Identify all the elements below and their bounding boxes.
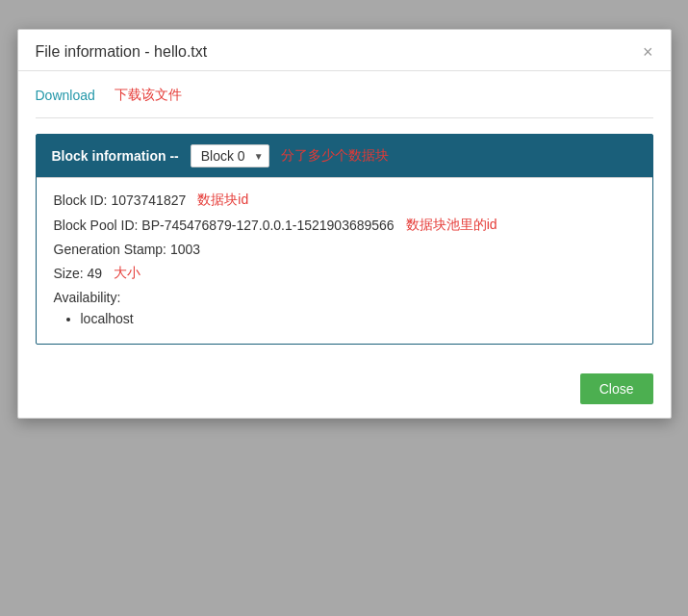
block-select[interactable]: Block 0 xyxy=(191,144,269,167)
size-row: Size: 49 大小 xyxy=(54,265,635,282)
availability-list: localhost xyxy=(81,311,635,326)
download-annotation: 下载该文件 xyxy=(115,87,182,104)
size-label: Size: 49 xyxy=(54,266,103,281)
block-pool-id-label: Block Pool ID: BP-745476879-127.0.0.1-15… xyxy=(54,218,395,233)
modal-footer: Close xyxy=(18,360,671,418)
download-bar: Download 下载该文件 xyxy=(36,87,653,118)
block-panel-body: Block ID: 1073741827 数据块id Block Pool ID… xyxy=(37,177,652,344)
download-link[interactable]: Download xyxy=(36,88,95,103)
block-panel-annotation: 分了多少个数据块 xyxy=(281,147,389,165)
availability-host-item: localhost xyxy=(81,311,635,326)
generation-stamp-label: Generation Stamp: 1003 xyxy=(54,242,201,257)
block-id-label: Block ID: 1073741827 xyxy=(54,192,187,208)
modal-title: File information - hello.txt xyxy=(36,43,208,61)
block-panel-header: Block information -- Block 0 ▼ 分了多少个数据块 xyxy=(37,135,652,177)
block-panel-title: Block information -- xyxy=(52,148,179,164)
modal-overlay: File information - hello.txt × Download … xyxy=(0,0,688,616)
file-info-modal: File information - hello.txt × Download … xyxy=(17,29,672,419)
block-panel: Block information -- Block 0 ▼ 分了多少个数据块 … xyxy=(36,134,653,345)
close-button[interactable]: Close xyxy=(580,373,653,404)
availability-label: Availability: xyxy=(54,290,635,305)
block-id-row: Block ID: 1073741827 数据块id xyxy=(54,192,635,209)
block-pool-id-annotation: 数据块池里的id xyxy=(406,217,497,234)
modal-close-button[interactable]: × xyxy=(643,43,653,61)
modal-body: Download 下载该文件 Block information -- Bloc… xyxy=(18,71,671,360)
size-annotation: 大小 xyxy=(114,265,140,282)
block-id-annotation: 数据块id xyxy=(197,192,248,209)
generation-stamp-row: Generation Stamp: 1003 xyxy=(54,242,635,257)
modal-header: File information - hello.txt × xyxy=(18,30,671,71)
block-pool-id-row: Block Pool ID: BP-745476879-127.0.0.1-15… xyxy=(54,217,635,234)
block-select-wrapper: Block 0 ▼ xyxy=(191,144,269,167)
